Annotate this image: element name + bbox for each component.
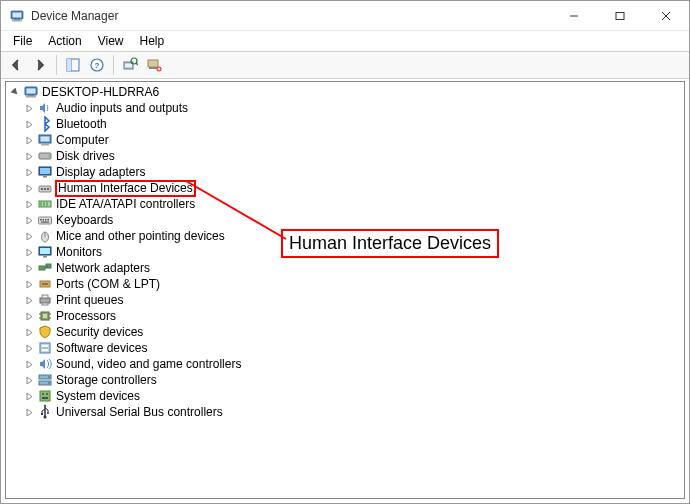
tree-row[interactable]: Human Interface Devices — [6, 180, 684, 196]
svg-rect-62 — [42, 303, 48, 305]
expander-icon[interactable] — [22, 357, 36, 371]
expander-icon[interactable] — [22, 325, 36, 339]
hid-icon — [37, 180, 53, 196]
svg-rect-5 — [616, 12, 624, 19]
window-title: Device Manager — [31, 9, 551, 23]
tree-row[interactable]: IDE ATA/ATAPI controllers — [6, 196, 684, 212]
monitor-icon — [37, 244, 53, 260]
expander-icon[interactable] — [22, 229, 36, 243]
tree-root-row[interactable]: DESKTOP-HLDRRA6 — [6, 84, 684, 100]
expander-icon[interactable] — [22, 341, 36, 355]
expander-icon[interactable] — [22, 149, 36, 163]
computer-root-icon — [23, 84, 39, 100]
expander-icon[interactable] — [22, 213, 36, 227]
device-tree-panel[interactable]: DESKTOP-HLDRRA6 Audio inputs and outputs… — [5, 81, 685, 499]
tree-row[interactable]: Bluetooth — [6, 116, 684, 132]
tree-label: Storage controllers — [56, 373, 157, 387]
tree-label: Sound, video and game controllers — [56, 357, 241, 371]
svg-point-78 — [46, 393, 48, 395]
expander-icon[interactable] — [22, 405, 36, 419]
svg-rect-61 — [42, 295, 48, 298]
minimize-button[interactable] — [551, 1, 597, 30]
expander-icon[interactable] — [22, 261, 36, 275]
toolbar-separator — [56, 55, 57, 75]
window-controls — [551, 1, 689, 30]
svg-text:?: ? — [95, 61, 100, 70]
tree-row[interactable]: Storage controllers — [6, 372, 684, 388]
menu-file[interactable]: File — [5, 33, 40, 49]
svg-rect-14 — [125, 64, 132, 67]
svg-point-74 — [48, 376, 50, 378]
computer-icon — [37, 132, 53, 148]
svg-point-75 — [48, 382, 50, 384]
tree-row[interactable]: Processors — [6, 308, 684, 324]
usb-icon — [37, 404, 53, 420]
svg-rect-76 — [40, 391, 50, 401]
back-button[interactable] — [5, 54, 27, 76]
tree-row[interactable]: System devices — [6, 388, 684, 404]
svg-rect-10 — [67, 59, 71, 71]
svg-rect-37 — [47, 188, 49, 190]
tree-row[interactable]: Software devices — [6, 340, 684, 356]
expander-icon[interactable] — [22, 133, 36, 147]
tree-label: Universal Serial Bus controllers — [56, 405, 223, 419]
expander-icon[interactable] — [22, 245, 36, 259]
tree-row[interactable]: Disk drives — [6, 148, 684, 164]
expander-icon[interactable] — [22, 181, 36, 195]
tree-row[interactable]: Keyboards — [6, 212, 684, 228]
svg-rect-60 — [40, 298, 50, 303]
svg-point-77 — [42, 393, 44, 395]
expander-icon[interactable] — [22, 117, 36, 131]
help-button[interactable]: ? — [86, 54, 108, 76]
forward-button[interactable] — [29, 54, 51, 76]
system-icon — [37, 388, 53, 404]
expander-icon[interactable] — [22, 197, 36, 211]
tree-label: Display adapters — [56, 165, 145, 179]
toolbar: ? — [1, 51, 689, 79]
tree-row[interactable]: Print queues — [6, 292, 684, 308]
tree-row[interactable]: Computer — [6, 132, 684, 148]
app-icon — [9, 8, 25, 24]
disk-icon — [37, 148, 53, 164]
tree-row[interactable]: Network adapters — [6, 260, 684, 276]
expander-icon[interactable] — [22, 373, 36, 387]
root-label: DESKTOP-HLDRRA6 — [42, 85, 159, 99]
tree-label: Computer — [56, 133, 109, 147]
audio-icon — [37, 100, 53, 116]
tree-row[interactable]: Audio inputs and outputs — [6, 100, 684, 116]
titlebar: Device Manager — [1, 1, 689, 31]
menu-view[interactable]: View — [90, 33, 132, 49]
tree-row[interactable]: Sound, video and game controllers — [6, 356, 684, 372]
menu-help[interactable]: Help — [132, 33, 173, 49]
tree-row[interactable]: Ports (COM & LPT) — [6, 276, 684, 292]
tree-row[interactable]: Display adapters — [6, 164, 684, 180]
tree-label: Monitors — [56, 245, 102, 259]
printer-icon — [37, 292, 53, 308]
svg-line-16 — [136, 63, 138, 65]
storage-icon — [37, 372, 53, 388]
scan-hardware-button[interactable] — [119, 54, 141, 76]
network-icon — [37, 260, 53, 276]
tree-label: IDE ATA/ATAPI controllers — [56, 197, 195, 211]
tree-row[interactable]: Security devices — [6, 324, 684, 340]
svg-point-58 — [44, 283, 46, 285]
expander-icon[interactable] — [22, 293, 36, 307]
menubar: File Action View Help — [1, 31, 689, 51]
expander-icon[interactable] — [22, 101, 36, 115]
show-hide-tree-button[interactable] — [62, 54, 84, 76]
expander-icon[interactable] — [22, 309, 36, 323]
expander-icon[interactable] — [8, 85, 22, 99]
add-legacy-hardware-button[interactable] — [143, 54, 165, 76]
svg-rect-52 — [43, 256, 47, 258]
expander-icon[interactable] — [22, 277, 36, 291]
expander-icon[interactable] — [22, 165, 36, 179]
svg-rect-28 — [41, 144, 49, 146]
menu-action[interactable]: Action — [40, 33, 89, 49]
svg-rect-2 — [14, 19, 20, 20]
close-button[interactable] — [643, 1, 689, 30]
svg-rect-51 — [40, 248, 50, 254]
svg-point-30 — [48, 155, 50, 157]
expander-icon[interactable] — [22, 389, 36, 403]
tree-row[interactable]: Universal Serial Bus controllers — [6, 404, 684, 420]
maximize-button[interactable] — [597, 1, 643, 30]
